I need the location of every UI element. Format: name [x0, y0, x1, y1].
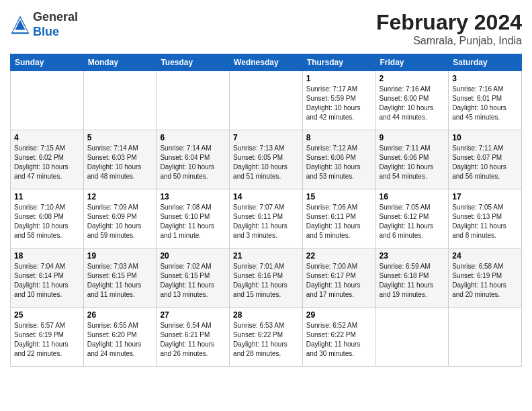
day-number: 20 — [160, 251, 226, 261]
day-info: Sunrise: 7:02 AM Sunset: 6:15 PM Dayligh… — [160, 262, 226, 300]
day-number: 28 — [233, 310, 299, 320]
day-number: 25 — [14, 310, 80, 320]
calendar-cell — [11, 71, 84, 130]
title-area: February 2024 Samrala, Punjab, India — [376, 10, 522, 47]
header-saturday: Saturday — [449, 54, 522, 71]
day-info: Sunrise: 6:53 AM Sunset: 6:22 PM Dayligh… — [233, 321, 299, 359]
day-info: Sunrise: 7:15 AM Sunset: 6:02 PM Dayligh… — [14, 144, 80, 181]
calendar-cell: 29Sunrise: 6:52 AM Sunset: 6:22 PM Dayli… — [302, 308, 375, 367]
day-number: 23 — [380, 251, 445, 261]
calendar-cell: 26Sunrise: 6:55 AM Sunset: 6:20 PM Dayli… — [83, 308, 157, 367]
calendar-week-row: 4Sunrise: 7:15 AM Sunset: 6:02 PM Daylig… — [11, 130, 522, 189]
calendar-week-row: 1Sunrise: 7:17 AM Sunset: 5:59 PM Daylig… — [11, 71, 522, 130]
day-info: Sunrise: 7:16 AM Sunset: 6:01 PM Dayligh… — [452, 85, 518, 122]
calendar-cell: 13Sunrise: 7:08 AM Sunset: 6:10 PM Dayli… — [157, 189, 230, 248]
logo-text: General Blue — [33, 10, 78, 39]
header-monday: Monday — [83, 54, 157, 71]
calendar-cell: 21Sunrise: 7:01 AM Sunset: 6:16 PM Dayli… — [230, 248, 303, 308]
day-number: 24 — [452, 251, 518, 261]
calendar-cell: 28Sunrise: 6:53 AM Sunset: 6:22 PM Dayli… — [230, 308, 303, 367]
day-number: 5 — [87, 133, 153, 142]
day-number: 7 — [233, 133, 299, 142]
day-number: 12 — [87, 192, 153, 201]
calendar-week-row: 25Sunrise: 6:57 AM Sunset: 6:19 PM Dayli… — [11, 308, 522, 367]
calendar-cell: 7Sunrise: 7:13 AM Sunset: 6:05 PM Daylig… — [230, 130, 303, 189]
day-info: Sunrise: 7:12 AM Sunset: 6:06 PM Dayligh… — [306, 144, 372, 181]
day-number: 17 — [452, 192, 518, 201]
day-info: Sunrise: 7:03 AM Sunset: 6:15 PM Dayligh… — [87, 262, 153, 300]
day-number: 9 — [380, 133, 445, 142]
day-number: 22 — [306, 251, 372, 261]
calendar-cell: 20Sunrise: 7:02 AM Sunset: 6:15 PM Dayli… — [157, 248, 230, 308]
header-thursday: Thursday — [302, 54, 375, 71]
calendar-cell: 24Sunrise: 6:58 AM Sunset: 6:19 PM Dayli… — [449, 248, 522, 308]
calendar-cell: 3Sunrise: 7:16 AM Sunset: 6:01 PM Daylig… — [449, 71, 522, 130]
day-number: 2 — [380, 74, 445, 83]
calendar-cell: 2Sunrise: 7:16 AM Sunset: 6:00 PM Daylig… — [375, 71, 449, 130]
header-sunday: Sunday — [11, 54, 84, 71]
calendar-cell: 10Sunrise: 7:11 AM Sunset: 6:07 PM Dayli… — [449, 130, 522, 189]
calendar-cell — [449, 308, 522, 367]
calendar-cell: 19Sunrise: 7:03 AM Sunset: 6:15 PM Dayli… — [83, 248, 157, 308]
day-info: Sunrise: 6:59 AM Sunset: 6:18 PM Dayligh… — [380, 262, 445, 300]
day-number: 14 — [233, 192, 299, 201]
calendar-cell: 12Sunrise: 7:09 AM Sunset: 6:09 PM Dayli… — [83, 189, 157, 248]
calendar-cell: 1Sunrise: 7:17 AM Sunset: 5:59 PM Daylig… — [302, 71, 375, 130]
calendar-cell: 6Sunrise: 7:14 AM Sunset: 6:04 PM Daylig… — [157, 130, 230, 189]
day-info: Sunrise: 7:08 AM Sunset: 6:10 PM Dayligh… — [160, 203, 226, 240]
day-number: 15 — [306, 192, 372, 201]
day-number: 6 — [160, 133, 226, 142]
calendar-cell — [375, 308, 449, 367]
calendar-week-row: 11Sunrise: 7:10 AM Sunset: 6:08 PM Dayli… — [11, 189, 522, 248]
day-info: Sunrise: 7:04 AM Sunset: 6:14 PM Dayligh… — [14, 262, 80, 300]
day-number: 18 — [14, 251, 80, 261]
day-info: Sunrise: 7:05 AM Sunset: 6:13 PM Dayligh… — [452, 203, 518, 240]
day-number: 10 — [452, 133, 518, 142]
calendar-cell: 23Sunrise: 6:59 AM Sunset: 6:18 PM Dayli… — [375, 248, 449, 308]
header-friday: Friday — [375, 54, 449, 71]
location-title: Samrala, Punjab, India — [376, 35, 522, 47]
day-number: 13 — [160, 192, 226, 201]
day-info: Sunrise: 7:10 AM Sunset: 6:08 PM Dayligh… — [14, 203, 80, 240]
day-info: Sunrise: 7:14 AM Sunset: 6:04 PM Dayligh… — [160, 144, 226, 181]
day-info: Sunrise: 7:11 AM Sunset: 6:06 PM Dayligh… — [380, 144, 445, 181]
header: General Blue February 2024 Samrala, Punj… — [10, 10, 522, 47]
day-number: 16 — [380, 192, 445, 201]
day-number: 21 — [233, 251, 299, 261]
day-number: 19 — [87, 251, 153, 261]
header-tuesday: Tuesday — [157, 54, 230, 71]
calendar-cell: 14Sunrise: 7:07 AM Sunset: 6:11 PM Dayli… — [230, 189, 303, 248]
day-info: Sunrise: 7:14 AM Sunset: 6:03 PM Dayligh… — [87, 144, 153, 181]
day-info: Sunrise: 7:07 AM Sunset: 6:11 PM Dayligh… — [233, 203, 299, 240]
day-info: Sunrise: 6:54 AM Sunset: 6:21 PM Dayligh… — [160, 321, 226, 359]
day-info: Sunrise: 7:13 AM Sunset: 6:05 PM Dayligh… — [233, 144, 299, 181]
calendar-cell: 17Sunrise: 7:05 AM Sunset: 6:13 PM Dayli… — [449, 189, 522, 248]
day-info: Sunrise: 7:05 AM Sunset: 6:12 PM Dayligh… — [380, 203, 445, 240]
day-info: Sunrise: 6:55 AM Sunset: 6:20 PM Dayligh… — [87, 321, 153, 359]
day-info: Sunrise: 7:01 AM Sunset: 6:16 PM Dayligh… — [233, 262, 299, 300]
day-info: Sunrise: 6:52 AM Sunset: 6:22 PM Dayligh… — [306, 321, 372, 359]
calendar-cell: 8Sunrise: 7:12 AM Sunset: 6:06 PM Daylig… — [302, 130, 375, 189]
day-info: Sunrise: 6:57 AM Sunset: 6:19 PM Dayligh… — [14, 321, 80, 359]
day-info: Sunrise: 7:16 AM Sunset: 6:00 PM Dayligh… — [380, 85, 445, 122]
day-info: Sunrise: 7:17 AM Sunset: 5:59 PM Dayligh… — [306, 85, 372, 122]
calendar-header: Sunday Monday Tuesday Wednesday Thursday… — [11, 54, 522, 71]
calendar-cell — [83, 71, 157, 130]
day-number: 1 — [306, 74, 372, 83]
day-info: Sunrise: 6:58 AM Sunset: 6:19 PM Dayligh… — [452, 262, 518, 300]
day-number: 3 — [452, 74, 518, 83]
day-number: 27 — [160, 310, 226, 320]
calendar-cell — [230, 71, 303, 130]
day-info: Sunrise: 7:09 AM Sunset: 6:09 PM Dayligh… — [87, 203, 153, 240]
calendar-week-row: 18Sunrise: 7:04 AM Sunset: 6:14 PM Dayli… — [11, 248, 522, 308]
calendar-cell: 16Sunrise: 7:05 AM Sunset: 6:12 PM Dayli… — [375, 189, 449, 248]
calendar-cell: 18Sunrise: 7:04 AM Sunset: 6:14 PM Dayli… — [11, 248, 84, 308]
day-number: 4 — [14, 133, 80, 142]
calendar-table: Sunday Monday Tuesday Wednesday Thursday… — [10, 54, 522, 367]
calendar-cell: 5Sunrise: 7:14 AM Sunset: 6:03 PM Daylig… — [83, 130, 157, 189]
calendar-cell: 9Sunrise: 7:11 AM Sunset: 6:06 PM Daylig… — [375, 130, 449, 189]
day-number: 8 — [306, 133, 372, 142]
header-wednesday: Wednesday — [230, 54, 303, 71]
calendar-cell — [157, 71, 230, 130]
logo-icon — [10, 15, 30, 35]
